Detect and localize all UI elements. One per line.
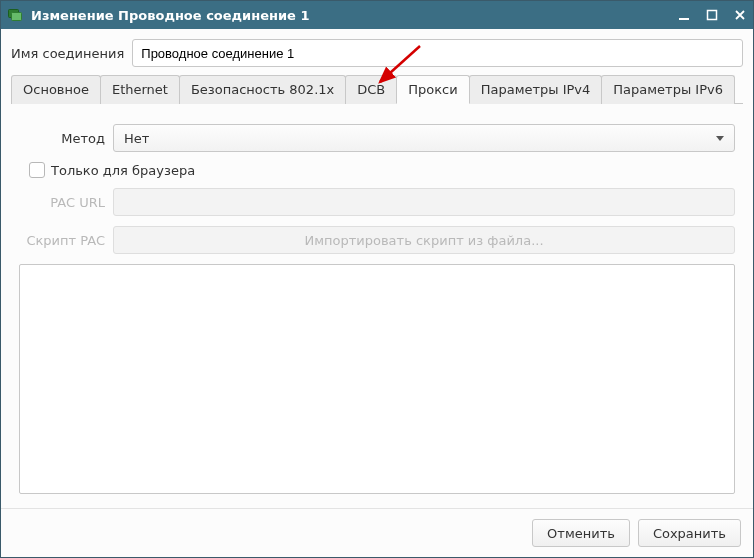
browser-only-label: Только для браузера (51, 163, 195, 178)
tab-label: Параметры IPv4 (481, 82, 591, 97)
cancel-label: Отменить (547, 526, 615, 541)
method-label: Метод (19, 131, 105, 146)
window-controls (677, 8, 747, 22)
pac-url-row: PAC URL (19, 188, 735, 216)
tab-general[interactable]: Основное (11, 75, 101, 104)
tab-label: Безопасность 802.1x (191, 82, 334, 97)
connection-name-row: Имя соединения (11, 39, 743, 67)
titlebar[interactable]: Изменение Проводное соединение 1 (1, 1, 753, 29)
tab-dcb[interactable]: DCB (345, 75, 397, 104)
maximize-button[interactable] (705, 8, 719, 22)
chevron-down-icon (716, 136, 724, 141)
method-value: Нет (124, 131, 149, 146)
save-label: Сохранить (653, 526, 726, 541)
tab-label: Параметры IPv6 (613, 82, 723, 97)
window-frame: Изменение Проводное соединение 1 Имя сое… (0, 0, 754, 558)
browser-only-checkbox[interactable] (29, 162, 45, 178)
dialog-footer: Отменить Сохранить (1, 508, 753, 557)
window-content: Имя соединения Основное Ethernet Безопас… (1, 29, 753, 508)
pac-script-textarea (19, 264, 735, 494)
tab-802-1x-security[interactable]: Безопасность 802.1x (179, 75, 346, 104)
pac-script-row: Скрипт PAC Импортировать скрипт из файла… (19, 226, 735, 254)
tab-proxy[interactable]: Прокси (396, 75, 469, 104)
svg-rect-2 (679, 18, 689, 20)
window-title: Изменение Проводное соединение 1 (31, 8, 309, 23)
svg-rect-1 (12, 13, 22, 21)
save-button[interactable]: Сохранить (638, 519, 741, 547)
app-icon (7, 7, 23, 23)
method-select[interactable]: Нет (113, 124, 735, 152)
connection-name-label: Имя соединения (11, 46, 124, 61)
method-row: Метод Нет (19, 124, 735, 152)
import-script-label: Импортировать скрипт из файла... (304, 233, 543, 248)
tab-ipv4[interactable]: Параметры IPv4 (469, 75, 603, 104)
tabbar: Основное Ethernet Безопасность 802.1x DC… (11, 75, 743, 104)
tab-ethernet[interactable]: Ethernet (100, 75, 180, 104)
pac-url-label: PAC URL (19, 195, 105, 210)
tab-ipv6[interactable]: Параметры IPv6 (601, 75, 735, 104)
minimize-button[interactable] (677, 8, 691, 22)
svg-rect-3 (708, 11, 717, 20)
pac-url-input (113, 188, 735, 216)
tabpanel-proxy: Метод Нет Только для браузера PAC URL Ск… (11, 112, 743, 502)
tab-label: DCB (357, 82, 385, 97)
connection-name-input[interactable] (132, 39, 743, 67)
import-script-button: Импортировать скрипт из файла... (113, 226, 735, 254)
browser-only-row: Только для браузера (19, 162, 735, 178)
close-button[interactable] (733, 8, 747, 22)
tab-label: Основное (23, 82, 89, 97)
tab-label: Ethernet (112, 82, 168, 97)
tab-label: Прокси (408, 82, 457, 97)
pac-script-label: Скрипт PAC (19, 233, 105, 248)
cancel-button[interactable]: Отменить (532, 519, 630, 547)
